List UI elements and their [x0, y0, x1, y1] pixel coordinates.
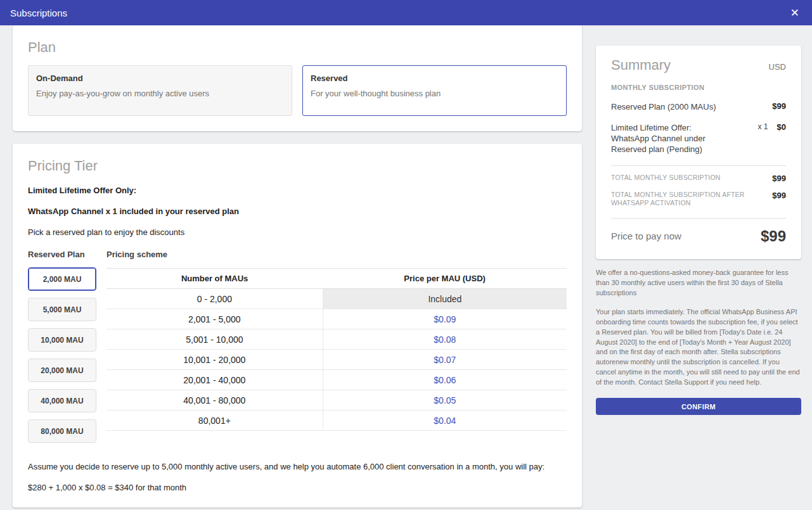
table-row: 0 - 2,000 Included [106, 289, 567, 309]
mau-range-cell: 5,001 - 10,000 [106, 329, 323, 350]
offer-line-1: Limited Lifetime Offer Only: [28, 186, 567, 195]
money-back-guarantee-text: We offer a no-questions-asked money-back… [596, 268, 801, 298]
billing-terms-text: Your plan starts immediately. The offici… [596, 307, 801, 388]
offer-line-2: WhatsApp Channel x 1 included in your re… [28, 207, 567, 216]
price-cell: $0.04 [323, 411, 567, 431]
plan-option-reserved[interactable]: Reserved For your well-thought business … [302, 65, 567, 116]
column-header-price: Price per MAU (USD) [323, 269, 567, 289]
summary-title: Summary [611, 57, 671, 73]
pricing-scheme-column: Pricing scheme Number of MAUs Price per … [106, 250, 567, 443]
plan-option-description: Enjoy pay-as-you-grow on monthly active … [36, 89, 284, 98]
table-row: 40,001 - 80,000 $0.05 [106, 390, 567, 411]
mau-button-5000[interactable]: 5,000 MAU [28, 298, 96, 321]
table-header-row: Number of MAUs Price per MAU (USD) [106, 269, 567, 289]
column-header-maus: Number of MAUs [106, 269, 323, 289]
pricing-example-calculation: $280 + 1,000 x $0.08 = $340 for that mon… [28, 483, 567, 492]
price-cell: $0.06 [323, 370, 567, 390]
mau-button-2000[interactable]: 2,000 MAU [28, 267, 96, 291]
pick-plan-instruction: Pick a reserved plan to enjoy the discou… [28, 227, 567, 237]
summary-item-label: Reserved Plan (2000 MAUs) [611, 101, 724, 112]
currency-label: USD [769, 62, 786, 73]
mau-range-cell: 80,001+ [106, 411, 323, 431]
summary-item-amount: $99 [772, 101, 786, 111]
price-cell: $0.07 [323, 350, 567, 370]
reserved-plan-label: Reserved Plan [28, 250, 96, 260]
left-column: Plan On-Demand Enjoy pay-as-you-grow on … [13, 25, 582, 507]
price-cell: $0.09 [323, 309, 567, 329]
summary-item-reserved-plan: Reserved Plan (2000 MAUs) $99 [611, 101, 786, 112]
close-icon[interactable]: ✕ [788, 6, 802, 20]
table-row: 10,001 - 20,000 $0.07 [106, 350, 567, 370]
app-header: Subscriptions ✕ [0, 0, 812, 25]
price-cell: Included [323, 289, 567, 309]
price-to-pay-amount: $99 [761, 227, 786, 245]
pricing-table: Number of MAUs Price per MAU (USD) 0 - 2… [106, 268, 567, 431]
pricing-scheme-label: Pricing scheme [106, 250, 567, 260]
plan-option-name: Reserved [311, 73, 558, 83]
price-cell: $0.08 [323, 329, 567, 350]
total-label: TOTAL MONTHLY SUBSCRIPTION AFTER WHATSAP… [611, 191, 754, 208]
table-row: 2,001 - 5,000 $0.09 [106, 309, 567, 329]
page-title: Subscriptions [10, 8, 67, 18]
summary-item-lifetime-offer: Limited Lifetime Offer: WhatsApp Channel… [611, 122, 786, 155]
monthly-subscription-header: MONTHLY SUBSCRIPTION [611, 84, 786, 91]
price-cell: $0.05 [323, 390, 567, 411]
main-content: Plan On-Demand Enjoy pay-as-you-grow on … [0, 25, 812, 507]
mau-range-cell: 20,001 - 40,000 [106, 370, 323, 390]
mau-range-cell: 10,001 - 20,000 [106, 350, 323, 370]
plan-section-title: Plan [28, 39, 567, 56]
summary-item-quantity: x 1 [758, 122, 777, 131]
mau-button-80000[interactable]: 80,000 MAU [28, 419, 96, 443]
mau-button-10000[interactable]: 10,000 MAU [28, 328, 96, 352]
pricing-example-text: Assume you decide to reserve up to 5,000… [28, 462, 567, 471]
reserved-plans-column: Reserved Plan 2,000 MAU 5,000 MAU 10,000… [28, 250, 96, 443]
table-row: 5,001 - 10,000 $0.08 [106, 329, 567, 350]
mau-range-cell: 2,001 - 5,000 [106, 309, 323, 329]
total-after-activation-row: TOTAL MONTHLY SUBSCRIPTION AFTER WHATSAP… [611, 191, 786, 208]
plan-option-name: On-Demand [36, 73, 284, 83]
divider [611, 165, 786, 166]
summary-header: Summary USD [611, 57, 786, 73]
table-row: 80,001+ $0.04 [106, 411, 567, 431]
total-amount: $99 [772, 191, 786, 200]
mau-button-20000[interactable]: 20,000 MAU [28, 359, 96, 382]
mau-range-cell: 40,001 - 80,000 [106, 390, 323, 411]
mau-range-cell: 0 - 2,000 [106, 289, 323, 309]
mau-button-40000[interactable]: 40,000 MAU [28, 389, 96, 412]
right-column: Summary USD MONTHLY SUBSCRIPTION Reserve… [596, 46, 801, 415]
plan-section: Plan On-Demand Enjoy pay-as-you-grow on … [13, 25, 582, 131]
confirm-button[interactable]: CONFIRM [596, 398, 801, 415]
divider [611, 218, 786, 219]
summary-panel: Summary USD MONTHLY SUBSCRIPTION Reserve… [596, 46, 801, 259]
pricing-tier-section: Pricing Tier Limited Lifetime Offer Only… [13, 144, 582, 507]
summary-item-label: Limited Lifetime Offer: WhatsApp Channel… [611, 122, 724, 155]
price-to-pay-label: Price to pay now [611, 231, 681, 241]
price-to-pay-row: Price to pay now $99 [611, 227, 786, 245]
total-label: TOTAL MONTHLY SUBSCRIPTION [611, 174, 721, 182]
plan-option-on-demand[interactable]: On-Demand Enjoy pay-as-you-grow on month… [28, 65, 292, 116]
plan-option-description: For your well-thought business plan [311, 89, 558, 98]
pricing-tier-title: Pricing Tier [28, 158, 567, 174]
total-monthly-subscription-row: TOTAL MONTHLY SUBSCRIPTION $99 [611, 174, 786, 183]
pricing-grid: Reserved Plan 2,000 MAU 5,000 MAU 10,000… [28, 250, 567, 443]
summary-item-amount: $0 [777, 122, 786, 132]
table-row: 20,001 - 40,000 $0.06 [106, 370, 567, 390]
total-amount: $99 [772, 174, 786, 183]
plan-options: On-Demand Enjoy pay-as-you-grow on month… [28, 65, 567, 116]
